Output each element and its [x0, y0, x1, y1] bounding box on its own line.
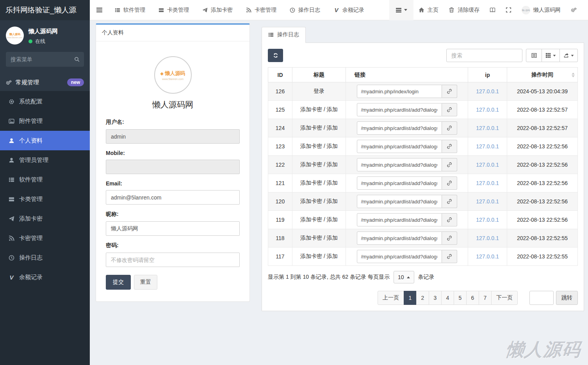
pagination-page-5[interactable]: 5: [454, 291, 467, 305]
copy-link-button[interactable]: [442, 121, 457, 135]
nickname-field[interactable]: [106, 221, 240, 236]
sidebar-item-card-types[interactable]: 卡类管理: [0, 189, 90, 209]
mobile-field: [106, 160, 240, 174]
nav-item-label: 添加卡密: [211, 7, 233, 14]
nav-item-software[interactable]: 软件管理: [108, 0, 152, 20]
sidebar-search-input[interactable]: [6, 52, 84, 67]
copy-link-button[interactable]: [442, 213, 457, 226]
sidebar-item-label: 卡密管理: [19, 235, 43, 242]
log-ip-link[interactable]: 127.0.0.1: [476, 107, 499, 113]
sidebar-item-card-manage[interactable]: 卡密管理: [0, 228, 90, 248]
export-button[interactable]: [559, 49, 578, 62]
pagination-page-6[interactable]: 6: [466, 291, 479, 305]
log-link-input[interactable]: [357, 213, 442, 226]
tab-label: 操作日志: [277, 31, 299, 38]
sort-icon[interactable]: [572, 73, 575, 77]
profile-avatar[interactable]: ◆ 懒人源码 www.5lanren.com: [154, 56, 192, 94]
columns-button[interactable]: [542, 49, 560, 62]
column-header-title[interactable]: 标题: [292, 68, 346, 82]
copy-link-button[interactable]: [442, 195, 457, 208]
operation-log-card: ID 标题 链接 ip 操作时间 126 登录: [262, 43, 584, 311]
column-header-id[interactable]: ID: [268, 68, 292, 82]
reset-button[interactable]: 重置: [134, 275, 157, 290]
nav-menu-dropdown[interactable]: [389, 0, 413, 20]
logo-url: www.5lanren.com: [162, 78, 184, 80]
sidebar-item-add-card[interactable]: 添加卡密: [0, 209, 90, 228]
log-ip-link[interactable]: 127.0.0.1: [476, 217, 499, 223]
page-jump-button[interactable]: 跳转: [556, 291, 578, 305]
link-icon: [447, 125, 452, 131]
sidebar-section-general[interactable]: 常规管理 new: [0, 74, 90, 91]
language-button[interactable]: [485, 0, 501, 20]
password-field[interactable]: [106, 253, 240, 267]
log-link-input[interactable]: [357, 158, 442, 171]
log-id: 124: [268, 119, 292, 137]
avatar: 懒人源码 www.5lanren.com: [6, 27, 24, 45]
tab-operation-log[interactable]: 操作日志: [262, 27, 306, 43]
pagination-page-2[interactable]: 2: [416, 291, 429, 305]
nav-item-add-card[interactable]: 添加卡密: [196, 0, 239, 20]
log-link-input[interactable]: [357, 103, 442, 116]
sidebar-toggle-button[interactable]: [90, 7, 108, 13]
copy-link-button[interactable]: [442, 140, 457, 153]
log-link-input[interactable]: [357, 231, 442, 245]
refresh-button[interactable]: [268, 49, 283, 62]
log-ip-link[interactable]: 127.0.0.1: [476, 235, 499, 241]
copy-link-button[interactable]: [442, 103, 457, 116]
sidebar-item-admins[interactable]: 管理员管理: [0, 150, 90, 170]
log-link-input[interactable]: [357, 140, 442, 153]
fullscreen-button[interactable]: [501, 0, 517, 20]
sidebar-item-operation-log[interactable]: 操作日志: [0, 248, 90, 267]
nav-item-operation-log[interactable]: 操作日志: [283, 0, 327, 20]
clear-cache-button[interactable]: 清除缓存: [444, 0, 485, 20]
sidebar-item-software[interactable]: 软件管理: [0, 170, 90, 189]
pagination-page-7[interactable]: 7: [479, 291, 492, 305]
sidebar-item-balance-log[interactable]: V余额记录: [0, 267, 90, 287]
log-link-input[interactable]: [357, 195, 442, 208]
page-jump-input[interactable]: [529, 291, 554, 305]
table-search-input[interactable]: [446, 49, 522, 62]
user-menu[interactable]: 懒人源码 懒人源码网: [517, 0, 566, 20]
copy-link-button[interactable]: [442, 176, 457, 190]
pagination-next[interactable]: 下一页: [491, 291, 518, 305]
settings-button[interactable]: [566, 0, 582, 20]
submit-button[interactable]: 提交: [106, 275, 131, 290]
paper-plane-icon: [9, 216, 14, 222]
nav-item-balance-log[interactable]: V余额记录: [327, 0, 371, 20]
log-ip-link[interactable]: 127.0.0.1: [476, 125, 499, 131]
pagination-prev[interactable]: 上一页: [378, 291, 404, 305]
log-ip-link[interactable]: 127.0.0.1: [476, 253, 499, 260]
search-icon[interactable]: [74, 56, 80, 62]
copy-link-button[interactable]: [442, 250, 457, 263]
email-field[interactable]: [106, 190, 240, 205]
log-link-input[interactable]: [357, 85, 442, 98]
column-header-time[interactable]: 操作时间: [507, 68, 578, 82]
log-link-input[interactable]: [357, 121, 442, 135]
copy-link-button[interactable]: [442, 158, 457, 171]
home-button[interactable]: 主页: [413, 0, 444, 20]
toggle-view-button[interactable]: [526, 49, 542, 62]
log-link-input[interactable]: [357, 176, 442, 190]
pagination-page-1[interactable]: 1: [404, 291, 417, 305]
page-size-dropdown[interactable]: 10: [394, 271, 414, 283]
column-header-link[interactable]: 链接: [346, 68, 468, 82]
log-link-input[interactable]: [357, 250, 442, 263]
log-ip-link[interactable]: 127.0.0.1: [476, 162, 499, 168]
nav-item-card-manage[interactable]: 卡密管理: [239, 0, 283, 20]
sidebar-item-profile[interactable]: 个人资料: [0, 131, 90, 150]
log-ip-link[interactable]: 127.0.0.1: [476, 143, 499, 150]
log-ip-link[interactable]: 127.0.0.1: [476, 180, 499, 186]
copy-link-button[interactable]: [442, 85, 457, 98]
pagination-page-3[interactable]: 3: [429, 291, 442, 305]
log-ip-link[interactable]: 127.0.0.1: [476, 88, 499, 94]
watermark: 懒人源码: [505, 338, 583, 362]
sidebar-item-attachments[interactable]: 附件管理: [0, 111, 90, 131]
log-title: 添加卡密 / 添加: [292, 192, 346, 211]
nav-item-card-types[interactable]: 卡类管理: [152, 0, 196, 20]
log-ip-link[interactable]: 127.0.0.1: [476, 198, 499, 205]
copy-link-button[interactable]: [442, 231, 457, 245]
pagination-page-4[interactable]: 4: [441, 291, 454, 305]
column-header-ip[interactable]: ip: [468, 68, 507, 82]
sidebar-item-system-config[interactable]: 系统配置: [0, 92, 90, 111]
mobile-label: Mobile:: [106, 150, 240, 156]
